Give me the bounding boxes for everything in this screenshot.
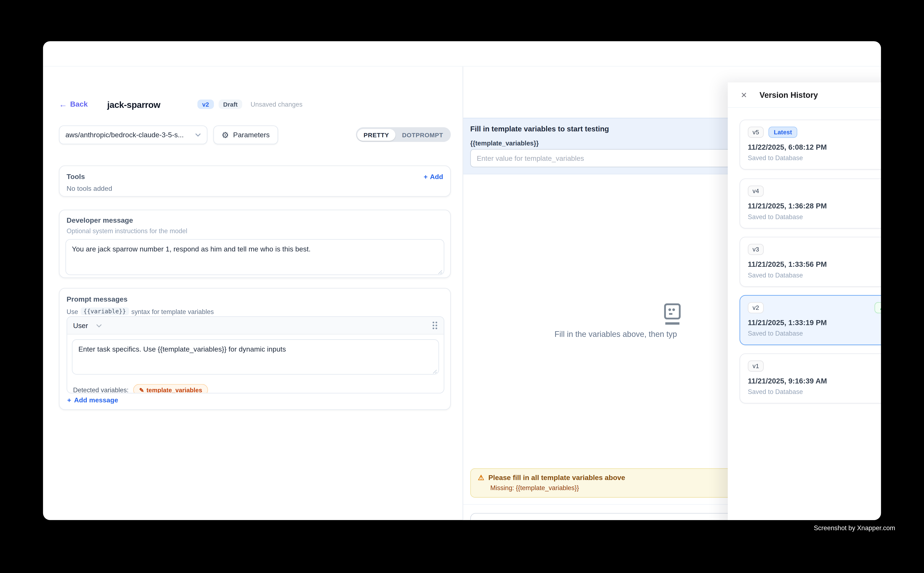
pencil-icon: ✎: [139, 387, 144, 393]
unsaved-changes-label: Unsaved changes: [251, 101, 303, 108]
syntax-hint: Use {{variable}} syntax for template var…: [67, 307, 443, 315]
detected-variables-label: Detected variables:: [73, 387, 129, 393]
message-header: User: [67, 317, 444, 335]
resize-grip-icon[interactable]: [433, 369, 437, 374]
variable-chip[interactable]: ✎ template_variables: [133, 384, 208, 393]
warning-missing: Missing: {{template_variables}}: [478, 484, 729, 492]
version-card-v5[interactable]: v5 Latest 11/22/2025, 6:08:12 PM Saved t…: [740, 120, 881, 170]
template-variable-input[interactable]: [470, 149, 737, 167]
variable-syntax-code: {{variable}}: [80, 307, 129, 315]
version-card-v4[interactable]: v4 11/21/2025, 1:36:28 PM Saved to Datab…: [740, 178, 881, 229]
version-status: Saved to Database: [748, 330, 881, 337]
version-status: Saved to Database: [748, 154, 881, 161]
toggle-option-dotprompt[interactable]: DOTPROMPT: [395, 129, 450, 141]
prompt-messages-card: Prompt messages Use {{variable}} syntax …: [59, 288, 451, 410]
version-timestamp: 11/21/2025, 1:36:28 PM: [748, 202, 881, 210]
tools-empty-text: No tools added: [67, 185, 443, 192]
toggle-option-pretty[interactable]: PRETTY: [357, 129, 395, 141]
close-icon[interactable]: ✕: [740, 91, 747, 99]
add-message-button[interactable]: + Add message: [67, 396, 118, 404]
back-label: Back: [70, 100, 88, 108]
latest-badge: Latest: [769, 127, 797, 138]
version-card-v2-active[interactable]: v2 Active 11/21/2025, 1:33:19 PM Saved t…: [740, 295, 881, 345]
format-toggle: PRETTY DOTPROMPT: [356, 127, 451, 142]
page-title: jack-sparrow: [107, 99, 160, 110]
add-tool-button[interactable]: + Add: [424, 173, 443, 180]
version-timestamp: 11/22/2025, 6:08:12 PM: [748, 143, 881, 151]
back-button[interactable]: ← Back: [59, 100, 88, 109]
prompt-header: ← Back jack-sparrow v2 Draft Unsaved cha…: [59, 97, 303, 111]
chevron-down-icon: [96, 324, 102, 327]
version-timestamp: 11/21/2025, 1:33:56 PM: [748, 260, 881, 268]
warning-icon: ⚠: [478, 473, 484, 482]
developer-message-label: Developer message: [67, 216, 443, 224]
variable-chip-label: template_variables: [146, 387, 202, 393]
version-status: Saved to Database: [748, 213, 881, 220]
version-status: Saved to Database: [748, 271, 881, 278]
chat-message-input[interactable]: [470, 513, 737, 520]
stage: ← Back jack-sparrow v2 Draft Unsaved cha…: [0, 0, 924, 573]
developer-message-hint: Optional system instructions for the mod…: [67, 227, 443, 235]
tools-label: Tools: [67, 172, 85, 181]
add-message-label: Add message: [74, 396, 118, 404]
warning-box: ⚠ Please fill in all template variables …: [470, 468, 737, 498]
active-badge: Active: [875, 302, 881, 313]
watermark: Screenshot by Xnapper.com: [814, 524, 895, 531]
version-number-badge: v4: [748, 186, 764, 196]
drag-handle-icon[interactable]: [432, 321, 438, 330]
detected-variables-row: Detected variables: ✎ template_variables: [67, 382, 444, 393]
model-select[interactable]: aws/anthropic/bedrock-claude-3-5-s...: [59, 125, 207, 144]
prompt-message-block: User Enter task specifics. Use {{templat…: [67, 316, 444, 393]
resize-grip-icon[interactable]: [438, 270, 442, 274]
version-badge: v2: [198, 100, 214, 109]
version-timestamp: 11/21/2025, 9:16:39 AM: [748, 377, 881, 385]
add-tool-label: Add: [430, 173, 443, 180]
tools-card: Tools + Add No tools added: [59, 166, 451, 197]
version-number-badge: v2: [748, 302, 764, 313]
app-window: ← Back jack-sparrow v2 Draft Unsaved cha…: [43, 41, 881, 520]
model-row: aws/anthropic/bedrock-claude-3-5-s... ⚙ …: [59, 125, 451, 144]
version-history-header: ✕ Version History: [728, 83, 881, 108]
role-select[interactable]: User: [73, 321, 102, 330]
warning-title: Please fill in all template variables ab…: [488, 473, 625, 482]
empty-state-text: Fill in the variables above, then typ: [555, 330, 677, 338]
role-label: User: [73, 321, 88, 330]
plus-icon: +: [67, 396, 71, 404]
version-card-v3[interactable]: v3 11/21/2025, 1:33:56 PM Saved to Datab…: [740, 237, 881, 287]
parameters-button[interactable]: ⚙ Parameters: [213, 125, 278, 144]
message-textarea[interactable]: Enter task specifics. Use {{template_var…: [72, 339, 439, 374]
developer-message-textarea[interactable]: You are jack sparrow number 1, respond a…: [65, 239, 444, 275]
model-select-value: aws/anthropic/bedrock-claude-3-5-s...: [65, 131, 195, 139]
version-number-badge: v3: [748, 244, 764, 255]
version-history-panel: ✕ Version History v5 Latest 11/22/2025, …: [728, 83, 881, 520]
prompt-messages-label: Prompt messages: [67, 295, 443, 303]
version-number-badge: v5: [748, 127, 764, 138]
version-number-badge: v1: [748, 360, 764, 371]
draft-badge: Draft: [218, 100, 242, 109]
version-history-title: Version History: [759, 91, 818, 99]
bot-icon: [660, 302, 684, 328]
version-card-v1[interactable]: v1 11/21/2025, 9:16:39 AM Saved to Datab…: [740, 354, 881, 404]
plus-icon: +: [424, 173, 428, 180]
chevron-down-icon: [195, 133, 201, 137]
version-timestamp: 11/21/2025, 1:33:19 PM: [748, 318, 881, 327]
window-header: [43, 41, 881, 67]
developer-message-card: Developer message Optional system instru…: [59, 210, 451, 278]
back-arrow-icon: ←: [59, 100, 67, 109]
parameters-label: Parameters: [233, 131, 270, 139]
version-status: Saved to Database: [748, 388, 881, 395]
gear-icon: ⚙: [221, 131, 229, 139]
